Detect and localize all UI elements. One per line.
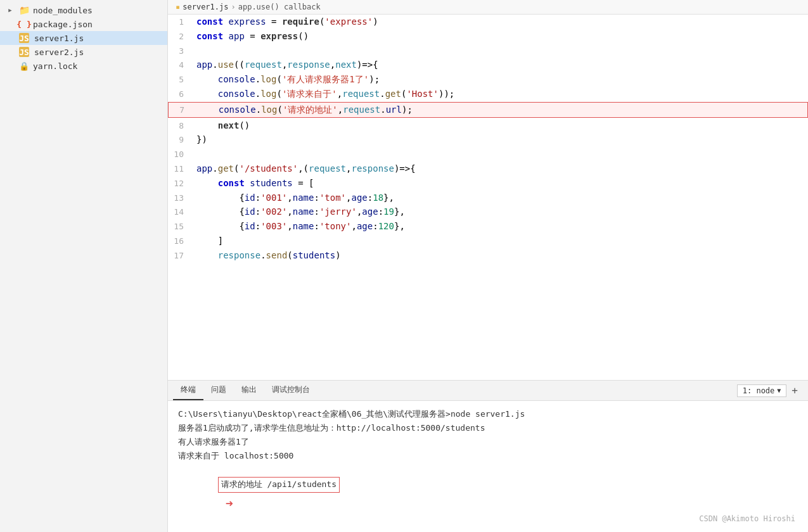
code-line-3: 3: [168, 44, 808, 58]
sidebar-item-yarn-lock[interactable]: 🔒 yarn.lock: [0, 59, 167, 73]
terminal-body[interactable]: C:\Users\tianyu\Desktop\react全家桶\06_其他\测…: [168, 401, 808, 532]
json-icon: { }: [19, 19, 29, 29]
terminal-highlighted-text: 请求的地址 /api1/students: [218, 477, 340, 492]
code-line-10: 10: [168, 147, 808, 162]
watermark: CSDN @Akimoto Hiroshi: [699, 514, 795, 523]
sidebar: ▶ 📁 node_modules { } package.json JS ser…: [0, 0, 168, 532]
terminal-panel: 终端 问题 输出 调试控制台 1: node ▼ + C:\Users\tian…: [168, 380, 808, 532]
terminal-line-4: 请求来自于 localhost:5000: [178, 449, 798, 463]
code-line-7: 7 console.log('请求的地址',request.url);: [168, 102, 808, 118]
js-icon-2: JS: [19, 47, 29, 57]
code-line-9: 9 }): [168, 132, 808, 147]
terminal-line-3: 有人请求服务器1了: [178, 435, 798, 449]
terminal-add-button[interactable]: +: [786, 383, 803, 398]
code-line-15: 15 {id:'003',name:'tony',age:120},: [168, 219, 808, 234]
terminal-line-2: 服务器1启动成功了,请求学生信息地址为：http://localhost:500…: [178, 421, 798, 435]
sidebar-item-node-modules[interactable]: ▶ 📁 node_modules: [0, 3, 167, 17]
breadcrumb-context: app.use() callback: [238, 3, 321, 11]
breadcrumb-file: server1.js: [183, 3, 228, 11]
tab-output[interactable]: 输出: [234, 381, 264, 400]
code-line-16: 16 ]: [168, 234, 808, 248]
code-line-13: 13 {id:'001',name:'tom',age:18},: [168, 191, 808, 205]
terminal-dropdown-label: 1: node: [743, 386, 775, 395]
code-line-2: 2 const app = express(): [168, 29, 808, 44]
sidebar-item-package-json[interactable]: { } package.json: [0, 17, 167, 31]
code-line-12: 12 const students = [: [168, 176, 808, 191]
sidebar-item-label: server2.js: [34, 48, 84, 57]
code-line-14: 14 {id:'002',name:'jerry',age:19},: [168, 205, 808, 219]
terminal-dropdown[interactable]: 1: node ▼: [737, 384, 787, 397]
code-line-1: 1 const express = require('express'): [168, 15, 808, 29]
arrow-icon: ➜: [226, 493, 233, 514]
code-line-5: 5 console.log('有人请求服务器1了');: [168, 72, 808, 87]
sidebar-item-label: yarn.lock: [33, 61, 77, 71]
code-line-4: 4 app.use((request,response,next)=>{: [168, 58, 808, 72]
code-line-8: 8 next(): [168, 118, 808, 133]
code-line-6: 6 console.log('请求来自于',request.get('Host'…: [168, 87, 808, 101]
sidebar-item-label: package.json: [33, 20, 93, 29]
main-area: ▪ server1.js › app.use() callback 1 cons…: [168, 0, 808, 532]
tab-terminal[interactable]: 终端: [173, 381, 203, 400]
js-icon: JS: [19, 33, 29, 43]
chevron-down-icon: ▼: [777, 387, 781, 394]
terminal-tabs-bar: 终端 问题 输出 调试控制台 1: node ▼ +: [168, 381, 808, 401]
file-icon: ▪: [176, 3, 180, 11]
sidebar-item-server2-js[interactable]: JS server2.js: [0, 45, 167, 59]
sidebar-item-server1-js[interactable]: JS server1.js: [0, 31, 167, 45]
lock-icon: 🔒: [19, 61, 29, 71]
tab-problems[interactable]: 问题: [203, 381, 234, 400]
sidebar-item-label: server1.js: [34, 34, 84, 43]
tab-debug-console[interactable]: 调试控制台: [264, 381, 317, 400]
code-line-17: 17 response.send(students): [168, 248, 808, 263]
breadcrumb: ▪ server1.js › app.use() callback: [168, 0, 808, 15]
code-editor[interactable]: 1 const express = require('express') 2 c…: [168, 15, 808, 380]
terminal-line-1: C:\Users\tianyu\Desktop\react全家桶\06_其他\测…: [178, 407, 798, 421]
sidebar-item-label: node_modules: [33, 6, 93, 15]
code-line-11: 11 app.get('/students',(request,response…: [168, 162, 808, 176]
folder-open-icon: 📁: [19, 5, 29, 15]
chevron-icon: ▶: [5, 5, 15, 15]
